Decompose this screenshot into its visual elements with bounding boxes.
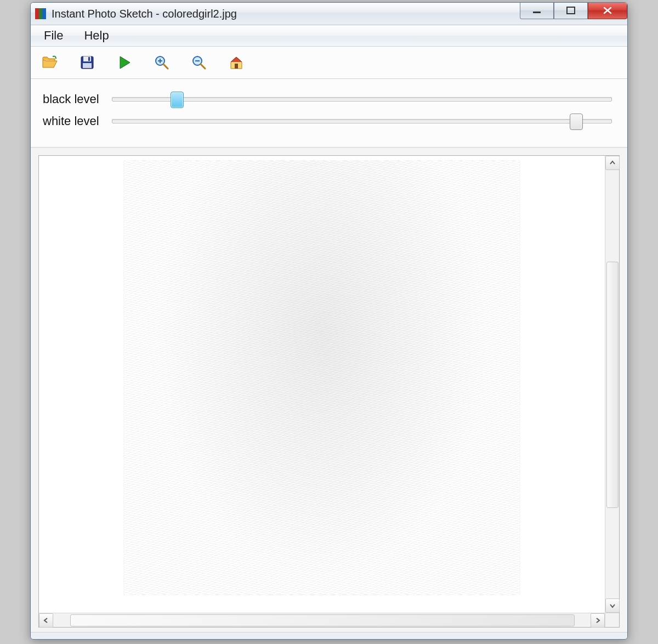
white-level-slider[interactable] (112, 119, 612, 123)
scroll-corner (605, 613, 619, 627)
app-window: Instant Photo Sketch - coloredgirl2.jpg … (30, 2, 628, 640)
maximize-icon (565, 6, 576, 15)
play-icon (118, 55, 131, 70)
sliders-panel: black level white level (31, 79, 627, 148)
svg-rect-5 (83, 63, 92, 68)
minimize-button[interactable] (520, 2, 554, 19)
svg-rect-4 (88, 57, 90, 61)
white-level-thumb[interactable] (570, 114, 583, 130)
home-button[interactable] (225, 51, 248, 74)
menu-help[interactable]: Help (75, 26, 117, 45)
black-level-thumb[interactable] (171, 92, 184, 108)
svg-rect-1 (567, 7, 575, 14)
maximize-button[interactable] (554, 2, 588, 19)
svg-rect-0 (533, 12, 541, 13)
vertical-scrollbar[interactable] (605, 156, 619, 613)
chevron-down-icon (609, 602, 616, 609)
titlebar[interactable]: Instant Photo Sketch - coloredgirl2.jpg (31, 3, 627, 25)
zoom-in-icon (154, 55, 169, 70)
toolbar (31, 47, 627, 79)
floppy-disk-icon (80, 55, 94, 70)
scroll-left-button[interactable] (39, 613, 53, 628)
zoom-in-button[interactable] (150, 51, 173, 74)
close-button[interactable] (588, 2, 627, 19)
menubar: File Help (31, 25, 627, 47)
scroll-down-button[interactable] (605, 598, 620, 613)
chevron-left-icon (43, 617, 49, 624)
open-button[interactable] (38, 51, 61, 74)
scroll-right-button[interactable] (591, 613, 605, 628)
zoom-out-button[interactable] (188, 51, 211, 74)
black-level-row: black level (43, 92, 615, 106)
sketch-image (123, 160, 520, 595)
white-level-label: white level (43, 114, 109, 128)
horizontal-scrollbar-thumb[interactable] (70, 614, 575, 626)
save-button[interactable] (76, 51, 99, 74)
black-level-slider[interactable] (112, 97, 612, 101)
zoom-out-icon (191, 55, 207, 70)
svg-rect-8 (235, 64, 238, 69)
image-view (38, 155, 620, 628)
horizontal-scrollbar[interactable] (39, 613, 605, 627)
chevron-up-icon (609, 160, 616, 166)
folder-open-icon (42, 55, 58, 70)
statusbar (31, 632, 627, 639)
minimize-icon (531, 7, 542, 14)
app-icon (35, 8, 46, 19)
run-button[interactable] (113, 51, 136, 74)
window-title: Instant Photo Sketch - coloredgirl2.jpg (52, 8, 237, 20)
window-controls (520, 2, 627, 19)
scroll-up-button[interactable] (605, 156, 620, 170)
menu-file[interactable]: File (35, 26, 72, 45)
white-level-row: white level (43, 114, 615, 128)
black-level-label: black level (43, 92, 109, 106)
vertical-scrollbar-thumb[interactable] (606, 262, 619, 509)
close-icon (602, 6, 613, 15)
image-canvas[interactable] (39, 156, 605, 613)
chevron-right-icon (594, 617, 601, 624)
home-icon (229, 55, 244, 70)
